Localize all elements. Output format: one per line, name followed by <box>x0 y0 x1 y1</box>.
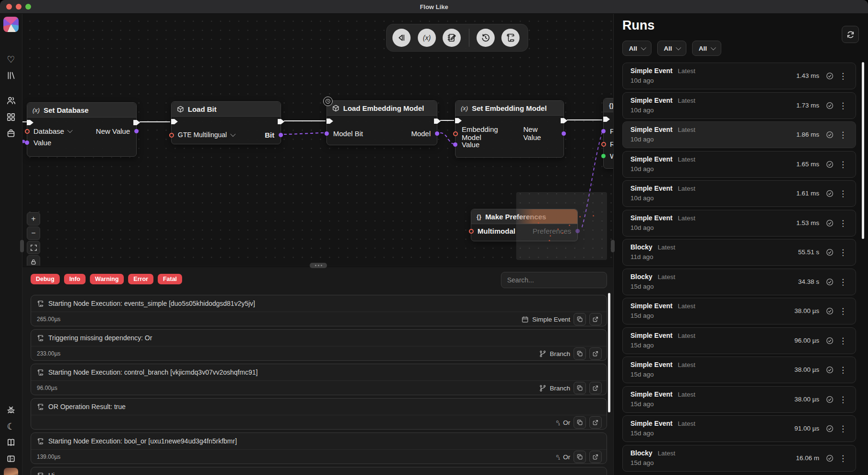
copy-button[interactable] <box>574 382 586 394</box>
kebab-menu-icon[interactable]: ⋮ <box>839 248 847 258</box>
copy-button[interactable] <box>574 416 586 429</box>
exec-out-pin[interactable] <box>560 118 568 124</box>
kebab-menu-icon[interactable]: ⋮ <box>839 306 847 316</box>
filter-debug[interactable]: Debug <box>31 274 60 284</box>
kebab-menu-icon[interactable]: ⋮ <box>839 160 847 170</box>
open-button[interactable] <box>589 313 602 325</box>
log-search-input[interactable] <box>501 272 607 288</box>
node-clipped-right[interactable]: {} Pr Re W <box>603 98 613 169</box>
run-item[interactable]: Simple EventLatest 10d ago 1.53 ms ⋮ <box>622 210 856 237</box>
users-icon[interactable] <box>3 93 19 108</box>
run-item[interactable]: Simple EventLatest 10d ago 1.65 ms ⋮ <box>622 151 856 178</box>
moon-dark-mode-icon[interactable]: ☾ <box>3 419 19 434</box>
kebab-menu-icon[interactable]: ⋮ <box>839 365 847 375</box>
input-pin[interactable] <box>601 154 606 158</box>
output-pin-model[interactable] <box>435 131 439 136</box>
output-pin-new-value[interactable] <box>134 129 139 133</box>
copy-button[interactable] <box>574 451 586 463</box>
book-docs-icon[interactable] <box>3 435 19 450</box>
kebab-menu-icon[interactable]: ⋮ <box>839 395 847 405</box>
runs-filter-dropdown[interactable]: All <box>622 41 651 56</box>
run-item[interactable]: Simple EventLatest 15d ago 38.00 µs ⋮ <box>622 356 856 383</box>
run-item[interactable]: BlockyLatest 11d ago 55.51 s ⋮ <box>622 239 856 266</box>
input-pin-model-bit[interactable] <box>325 131 329 136</box>
open-button[interactable] <box>589 347 602 360</box>
output-pin-bit[interactable] <box>279 133 283 137</box>
exec-in-pin[interactable] <box>26 119 34 126</box>
left-panel-resize-handle[interactable] <box>20 240 24 252</box>
grid-apps-icon[interactable] <box>3 109 19 125</box>
log-entry[interactable]: Starting Node Execution: bool_or [uxu1ne… <box>31 432 607 464</box>
variables-button[interactable]: (x) <box>418 29 436 47</box>
package-icon[interactable] <box>3 126 19 141</box>
node-set-embedding-model[interactable]: (x) Set Embedding Model Embedding Model … <box>455 100 564 158</box>
right-panel-resize-handle[interactable] <box>611 240 615 252</box>
run-item[interactable]: BlockyLatest 15d ago 34.38 s ⋮ <box>622 269 856 295</box>
script-log-button[interactable] <box>501 29 520 47</box>
run-item[interactable]: Simple EventLatest 10d ago 1.61 ms ⋮ <box>622 180 856 207</box>
open-button[interactable] <box>589 382 602 394</box>
favorites-heart-icon[interactable]: ♡ <box>3 52 19 67</box>
log-panel-resize-handle[interactable] <box>310 263 327 268</box>
fit-view-button[interactable] <box>27 241 40 254</box>
flow-canvas[interactable]: (x) (x) Set Database Database New Value … <box>22 13 613 266</box>
filter-warning[interactable]: Warning <box>90 274 124 284</box>
kebab-menu-icon[interactable]: ⋮ <box>839 130 847 140</box>
filter-error[interactable]: Error <box>128 274 153 284</box>
node-set-database[interactable]: (x) Set Database Database New Value Valu… <box>27 102 137 157</box>
zoom-out-button[interactable]: − <box>27 227 40 240</box>
kebab-menu-icon[interactable]: ⋮ <box>839 336 847 346</box>
library-icon[interactable] <box>3 68 19 83</box>
run-item[interactable]: Simple EventLatest 10d ago 1.86 ms ⋮ <box>622 121 856 148</box>
input-pin-model[interactable] <box>169 133 174 138</box>
kebab-menu-icon[interactable]: ⋮ <box>839 189 847 199</box>
filter-fatal[interactable]: Fatal <box>158 274 182 284</box>
log-entry[interactable]: Starting Node Execution: events_simple [… <box>31 295 607 326</box>
close-button[interactable] <box>6 4 12 10</box>
bug-icon[interactable] <box>3 402 19 418</box>
lock-button[interactable] <box>27 255 40 266</box>
exec-in-pin[interactable] <box>171 119 178 125</box>
run-item[interactable]: Simple EventLatest 10d ago 1.43 ms ⋮ <box>622 63 856 89</box>
run-item[interactable]: Simple EventLatest 15d ago 96.00 µs ⋮ <box>622 327 856 354</box>
kebab-menu-icon[interactable]: ⋮ <box>839 453 847 464</box>
open-button[interactable] <box>589 416 602 429</box>
panel-toggle-icon[interactable] <box>3 451 19 466</box>
kebab-menu-icon[interactable]: ⋮ <box>839 218 847 228</box>
exec-in-pin[interactable] <box>603 116 610 122</box>
chevron-down-icon[interactable] <box>230 131 235 137</box>
log-entry-partial[interactable]: Hi <box>31 467 607 475</box>
run-item[interactable]: Simple EventLatest 10d ago 1.73 ms ⋮ <box>622 92 856 119</box>
kebab-menu-icon[interactable]: ⋮ <box>839 424 847 434</box>
exec-in-pin[interactable] <box>326 118 334 124</box>
avatar[interactable] <box>3 467 19 475</box>
zoom-button[interactable] <box>25 4 31 10</box>
node-load-embedding-model[interactable]: Load Embedding Model Model Bit Model <box>326 100 437 145</box>
run-item[interactable]: Simple EventLatest 15d ago 38.00 µs ⋮ <box>622 386 856 413</box>
app-logo[interactable] <box>3 17 19 32</box>
input-pin-database[interactable] <box>25 129 30 134</box>
open-button[interactable] <box>589 451 602 463</box>
node-load-bit[interactable]: Load Bit GTE Multilingual Bit <box>171 101 281 144</box>
notes-button[interactable] <box>443 29 461 47</box>
input-pin-multimodal[interactable] <box>469 229 474 234</box>
exec-out-pin[interactable] <box>277 119 285 125</box>
filter-info[interactable]: Info <box>64 274 86 284</box>
exec-in-pin[interactable] <box>455 118 462 124</box>
run-item[interactable]: BlockyLatest 15d ago 16.06 m ⋮ <box>622 445 856 472</box>
input-pin-value[interactable] <box>453 142 457 147</box>
kebab-menu-icon[interactable]: ⋮ <box>839 101 847 111</box>
minimize-button[interactable] <box>16 4 22 10</box>
log-entry[interactable]: Starting Node Execution: control_branch … <box>31 364 607 395</box>
copy-button[interactable] <box>574 347 586 360</box>
chevron-down-icon[interactable] <box>67 128 73 133</box>
output-pin-new-value[interactable] <box>562 131 566 136</box>
run-item[interactable]: Simple EventLatest 15d ago 38.00 µs ⋮ <box>622 298 856 324</box>
runs-filter-dropdown[interactable]: All <box>657 41 686 56</box>
kebab-menu-icon[interactable]: ⋮ <box>839 71 847 81</box>
input-pin-embedding-model[interactable] <box>453 131 458 136</box>
titlebar[interactable]: Flow Like <box>0 0 868 14</box>
exec-out-pin[interactable] <box>133 119 141 126</box>
runs-scrollbar[interactable] <box>862 62 864 239</box>
log-entry[interactable]: Triggering missing dependency: Or 233.00… <box>31 329 607 361</box>
